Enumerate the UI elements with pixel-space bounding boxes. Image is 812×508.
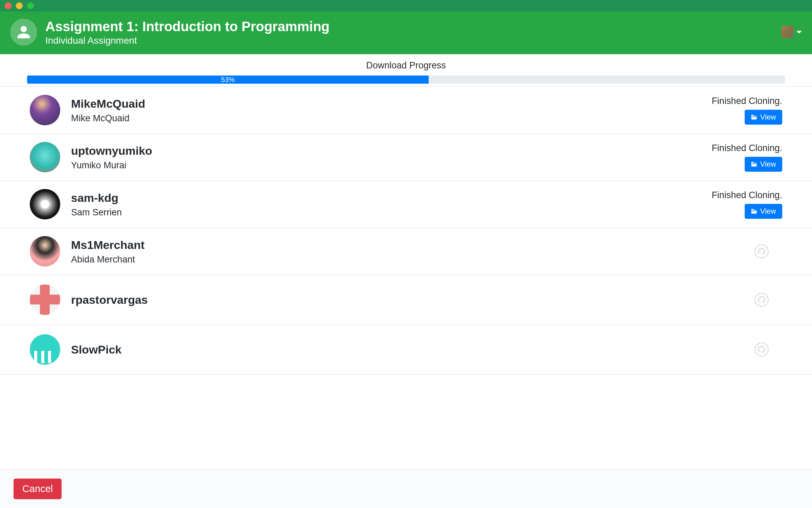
window-close-button[interactable] bbox=[5, 2, 12, 9]
student-status: Finished Cloning. View bbox=[694, 96, 782, 125]
assignment-avatar-placeholder bbox=[10, 19, 37, 46]
user-menu[interactable] bbox=[782, 26, 802, 38]
student-row: MikeMcQuaid Mike McQuaid Finished Clonin… bbox=[0, 87, 812, 134]
student-row: rpastorvargas bbox=[0, 275, 812, 325]
status-text: Finished Cloning. bbox=[712, 96, 782, 106]
student-status: Finished Cloning. View bbox=[694, 190, 782, 219]
progress-label: Download Progress bbox=[27, 60, 785, 71]
student-fullname: Yumiko Murai bbox=[71, 160, 683, 171]
view-button-label: View bbox=[760, 207, 776, 216]
view-button-label: View bbox=[760, 160, 776, 169]
student-avatar bbox=[30, 95, 60, 125]
status-text: Finished Cloning. bbox=[712, 190, 782, 200]
window-maximize-button[interactable] bbox=[27, 2, 34, 9]
download-progress-section: Download Progress 53% bbox=[0, 54, 812, 87]
window-titlebar bbox=[0, 0, 812, 12]
window-minimize-button[interactable] bbox=[16, 2, 23, 9]
progress-bar: 53% bbox=[27, 76, 785, 84]
view-button[interactable]: View bbox=[745, 110, 782, 125]
assignment-header: Assignment 1: Introduction to Programmin… bbox=[0, 12, 812, 54]
page-subtitle: Individual Assignment bbox=[45, 35, 773, 46]
student-username: sam-kdg bbox=[71, 191, 683, 205]
status-text: Finished Cloning. bbox=[712, 143, 782, 153]
student-avatar bbox=[30, 334, 60, 365]
student-username: Ms1Merchant bbox=[71, 238, 683, 252]
student-username: rpastorvargas bbox=[71, 293, 683, 307]
loading-spinner-icon bbox=[754, 293, 769, 307]
progress-percent-text: 53% bbox=[221, 76, 235, 84]
cancel-button-label: Cancel bbox=[22, 483, 53, 494]
student-row: SlowPick bbox=[0, 325, 812, 375]
student-row: Ms1Merchant Abida Merchant bbox=[0, 228, 812, 275]
student-avatar bbox=[30, 142, 60, 172]
student-username: uptownyumiko bbox=[71, 144, 683, 158]
student-info: MikeMcQuaid Mike McQuaid bbox=[71, 97, 683, 124]
student-avatar bbox=[30, 189, 60, 219]
student-list: MikeMcQuaid Mike McQuaid Finished Clonin… bbox=[0, 87, 812, 375]
page-title: Assignment 1: Introduction to Programmin… bbox=[45, 18, 773, 35]
student-info: SlowPick bbox=[71, 342, 683, 357]
folder-open-icon bbox=[751, 208, 758, 214]
student-row: sam-kdg Sam Serrien Finished Cloning. Vi… bbox=[0, 181, 812, 228]
student-info: Ms1Merchant Abida Merchant bbox=[71, 238, 683, 265]
user-avatar bbox=[782, 26, 794, 38]
student-fullname: Sam Serrien bbox=[71, 207, 683, 218]
student-username: SlowPick bbox=[71, 342, 683, 357]
student-info: sam-kdg Sam Serrien bbox=[71, 191, 683, 218]
student-status bbox=[694, 293, 782, 307]
folder-open-icon bbox=[751, 114, 758, 120]
student-status bbox=[694, 342, 782, 357]
person-icon bbox=[16, 25, 31, 40]
student-status bbox=[694, 244, 782, 258]
progress-bar-fill: 53% bbox=[27, 76, 429, 84]
student-username: MikeMcQuaid bbox=[71, 97, 683, 111]
folder-open-icon bbox=[751, 161, 758, 167]
view-button[interactable]: View bbox=[745, 204, 782, 219]
student-fullname: Mike McQuaid bbox=[71, 113, 683, 124]
cancel-button[interactable]: Cancel bbox=[14, 479, 62, 499]
student-row: uptownyumiko Yumiko Murai Finished Cloni… bbox=[0, 134, 812, 181]
student-status: Finished Cloning. View bbox=[694, 143, 782, 172]
view-button-label: View bbox=[760, 113, 776, 122]
student-info: uptownyumiko Yumiko Murai bbox=[71, 144, 683, 171]
student-fullname: Abida Merchant bbox=[71, 254, 683, 265]
student-avatar bbox=[30, 284, 60, 315]
loading-spinner-icon bbox=[754, 342, 769, 357]
header-text-block: Assignment 1: Introduction to Programmin… bbox=[45, 18, 773, 46]
footer-bar: Cancel bbox=[0, 469, 812, 508]
student-avatar bbox=[30, 236, 60, 267]
main-content: Download Progress 53% MikeMcQuaid Mike M… bbox=[0, 54, 812, 375]
caret-down-icon bbox=[796, 31, 802, 34]
loading-spinner-icon bbox=[754, 244, 769, 258]
student-info: rpastorvargas bbox=[71, 293, 683, 307]
view-button[interactable]: View bbox=[745, 157, 782, 172]
